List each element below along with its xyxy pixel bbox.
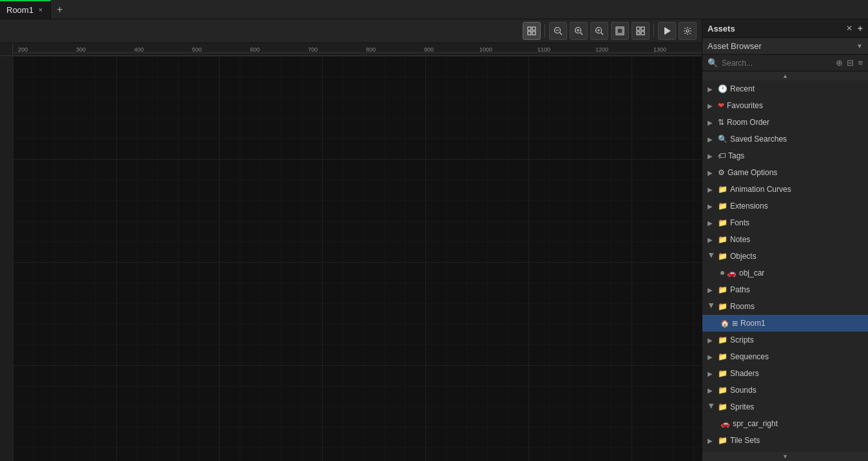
saved-searches-icon: 🔍: [718, 135, 728, 144]
tree-item-scripts[interactable]: ▶ 📁 Scripts: [702, 332, 868, 348]
extensions-arrow: ▶: [708, 203, 715, 210]
play-icon: [662, 26, 671, 35]
notes-icon: 📁: [718, 235, 728, 244]
zoom-out-icon: [554, 26, 563, 35]
svg-rect-17: [641, 32, 644, 35]
asset-browser-dropdown[interactable]: Asset Browser ▼: [702, 38, 868, 55]
tab-label: Room1: [6, 5, 34, 15]
tree-item-objects[interactable]: ▶ 📁 Objects: [702, 248, 868, 265]
svg-rect-0: [528, 27, 531, 30]
tree-item-extensions[interactable]: ▶ 📁 Extensions: [702, 198, 868, 214]
tree-item-saved-searches[interactable]: ▶ 🔍 Saved Searches: [702, 131, 868, 147]
tab-bar: Room1 × +: [0, 0, 868, 19]
room1-tab[interactable]: Room1 ×: [0, 0, 51, 19]
assets-tree[interactable]: ▶ 🕐 Recent ▶ ❤ Favourites ▶ ⇅ Room Order…: [702, 80, 868, 452]
grid-area[interactable]: [13, 56, 702, 461]
room1-label: Room1: [740, 319, 766, 328]
animation-curves-icon: 📁: [718, 185, 728, 194]
grid-btn[interactable]: [523, 22, 541, 40]
svg-line-13: [601, 33, 604, 35]
ruler-corner: [0, 43, 13, 56]
tree-item-fonts[interactable]: ▶ 📁 Fonts: [702, 214, 868, 231]
play-btn[interactable]: [658, 22, 676, 40]
tree-item-rooms[interactable]: ▶ 📁 Rooms: [702, 298, 868, 315]
tile-sets-icon: 📁: [718, 436, 728, 445]
dropdown-arrow-icon: ▼: [856, 42, 863, 50]
rooms-label: Rooms: [730, 302, 755, 311]
tree-item-recent[interactable]: ▶ 🕐 Recent: [702, 80, 868, 97]
assets-add-btn[interactable]: +: [858, 23, 863, 33]
tree-item-spr-car-right[interactable]: 🚗 spr_car_right: [702, 415, 868, 432]
svg-rect-39: [13, 56, 702, 461]
sprites-label: Sprites: [730, 402, 754, 411]
horizontal-ruler: 200 300 400 500 600 700 800 900 1000 110…: [13, 43, 702, 56]
tree-item-room1[interactable]: 🏠 ⊞ Room1: [702, 315, 868, 332]
game-options-icon: ⚙: [718, 168, 725, 177]
tree-item-tile-sets[interactable]: ▶ 📁 Tile Sets: [702, 432, 868, 449]
svg-text:800: 800: [366, 46, 376, 53]
tags-icon: 🏷: [718, 151, 726, 160]
tree-item-sounds[interactable]: ▶ 📁 Sounds: [702, 382, 868, 399]
room1-home-icon: 🏠: [720, 319, 729, 328]
filter-btn[interactable]: ⊟: [847, 58, 854, 68]
room-order-arrow: ▶: [708, 119, 715, 126]
sprites-arrow: ▶: [708, 403, 715, 411]
svg-line-6: [560, 33, 563, 35]
tree-item-notes[interactable]: ▶ 📁 Notes: [702, 231, 868, 248]
tree-item-shaders[interactable]: ▶ 📁 Shaders: [702, 365, 868, 382]
svg-text:1100: 1100: [537, 46, 550, 53]
fit-btn[interactable]: [611, 22, 629, 40]
svg-point-12: [598, 30, 600, 32]
svg-rect-36: [0, 56, 13, 461]
favourites-icon: ❤: [718, 101, 724, 110]
room-editor: 200 300 400 500 600 700 800 900 1000 110…: [0, 19, 702, 461]
zoom-out-btn[interactable]: [549, 22, 567, 40]
tree-item-game-options[interactable]: ▶ ⚙ Game Options: [702, 164, 868, 181]
menu-btn[interactable]: ≡: [858, 58, 863, 68]
zoom-in-btn[interactable]: [570, 22, 588, 40]
game-options-label: Game Options: [728, 168, 777, 177]
tree-item-sequences[interactable]: ▶ 📁 Sequences: [702, 348, 868, 365]
tree-item-tags[interactable]: ▶ 🏷 Tags: [702, 147, 868, 164]
tree-item-animation-curves[interactable]: ▶ 📁 Animation Curves: [702, 181, 868, 198]
svg-marker-20: [664, 27, 671, 35]
toolbar-sep2: [653, 24, 654, 37]
assets-panel: Assets ✕ + Asset Browser ▼ 🔍 ⊕ ⊟ ≡ ▲ ▶: [702, 19, 868, 461]
ruler-h-svg: 200 300 400 500 600 700 800 900 1000 110…: [13, 43, 702, 56]
paths-label: Paths: [730, 285, 750, 294]
rooms-icon: 📁: [718, 302, 728, 311]
rooms-arrow: ▶: [708, 303, 715, 310]
svg-rect-15: [617, 28, 622, 33]
assets-close-btn[interactable]: ✕: [846, 24, 853, 33]
objects-arrow: ▶: [708, 252, 715, 260]
tree-item-favourites[interactable]: ▶ ❤ Favourites: [702, 97, 868, 114]
svg-text:200: 200: [18, 46, 28, 53]
ruler-v-svg: [0, 56, 13, 461]
tile-sets-arrow: ▶: [708, 437, 715, 444]
shaders-arrow: ▶: [708, 370, 715, 377]
fit-icon: [615, 26, 624, 35]
tree-item-room-order[interactable]: ▶ ⇅ Room Order: [702, 114, 868, 131]
tree-item-sprites[interactable]: ▶ 📁 Sprites: [702, 399, 868, 415]
vertical-ruler: [0, 56, 13, 461]
add-filter-btn[interactable]: ⊕: [836, 58, 843, 68]
snap-btn[interactable]: [632, 22, 650, 40]
zoom-reset-btn[interactable]: [590, 22, 608, 40]
game-options-arrow: ▶: [708, 169, 715, 176]
extensions-label: Extensions: [730, 202, 768, 211]
svg-text:1200: 1200: [595, 46, 608, 53]
sequences-arrow: ▶: [708, 353, 715, 361]
scroll-down-btn[interactable]: ▼: [702, 452, 868, 461]
tree-item-obj-car[interactable]: 🚗 obj_car: [702, 265, 868, 281]
scroll-up-btn[interactable]: ▲: [702, 71, 868, 80]
assets-header: Assets ✕ +: [702, 19, 868, 38]
search-input[interactable]: [722, 59, 832, 68]
tree-item-paths[interactable]: ▶ 📁 Paths: [702, 281, 868, 298]
tab-add-btn[interactable]: +: [51, 0, 69, 19]
zoom-in-icon: [574, 26, 583, 35]
scripts-label: Scripts: [730, 335, 754, 344]
favourites-arrow: ▶: [708, 102, 715, 109]
saved-searches-arrow: ▶: [708, 136, 715, 143]
settings-btn[interactable]: [679, 22, 697, 40]
tab-close-btn[interactable]: ×: [37, 5, 44, 15]
